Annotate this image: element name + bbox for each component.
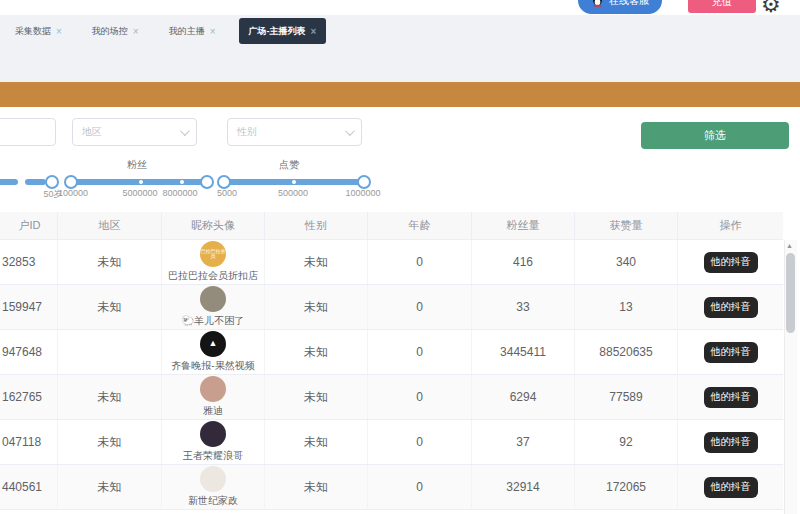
table-row: 047118 未知 王者荣耀浪哥 未知 0 37 92 他的抖音 (0, 420, 783, 465)
age-slider-track[interactable] (25, 179, 46, 185)
fans-cell: 3445411 (472, 330, 575, 374)
close-icon[interactable]: × (56, 26, 62, 37)
gender-cell: 未知 (265, 285, 368, 329)
slider-mark-dot (292, 180, 296, 184)
recharge-button[interactable]: 充值 (688, 0, 756, 13)
fans-cell: 37 (472, 420, 575, 464)
his-douyin-button[interactable]: 他的抖音 (704, 297, 758, 318)
gender-cell: 未知 (265, 375, 368, 419)
tab-caiji-shuju[interactable]: 采集数据 × (8, 18, 69, 44)
user-id-cell: 047118 (0, 420, 58, 464)
likes-cell: 77589 (575, 375, 678, 419)
slider-mark-dot (180, 180, 184, 184)
age-cell: 0 (368, 330, 472, 374)
tab-guangchang-zhubo-liebiao[interactable]: 广场-主播列表 × (239, 18, 327, 44)
tab-bar: 采集数据 × 我的场控 × 我的主播 × 广场-主播列表 × (8, 18, 326, 44)
app-window: 在线客服 充值 ⚙ 采集数据 × 我的场控 × 我的主播 × 广场-主播列表 ×… (0, 0, 800, 514)
column-header-nickname: 昵称头像 (162, 212, 265, 239)
column-header-fans: 粉丝量 (472, 212, 575, 239)
close-icon[interactable]: × (133, 26, 139, 37)
nickname-avatar-cell: 🐑羊儿不困了 (162, 285, 265, 329)
nickname-avatar-cell: 巴拉巴拉会员 巴拉巴拉会员折扣店 (162, 240, 265, 284)
avatar-inner-text: 巴拉巴拉会员 (200, 249, 226, 260)
user-id-cell: 440561 (0, 465, 58, 509)
fans-slider-handle-max[interactable] (200, 175, 214, 189)
table-row: 947648 ▲ 齐鲁晚报-果然视频 未知 0 3445411 88520635… (0, 330, 783, 375)
user-id-cell: 162765 (0, 375, 58, 419)
region-cell: 未知 (58, 465, 162, 509)
nickname-label: 🐑羊儿不困了 (182, 314, 244, 328)
user-id-cell: 947648 (0, 330, 58, 374)
tab-wode-zhubo[interactable]: 我的主播 × (162, 18, 223, 44)
his-douyin-button[interactable]: 他的抖音 (704, 387, 758, 408)
nickname-avatar-cell: ▲ 齐鲁晚报-果然视频 (162, 330, 265, 374)
column-header-likes: 获赞量 (575, 212, 678, 239)
tab-wode-changkong[interactable]: 我的场控 × (85, 18, 146, 44)
likes-slider-label: 点赞 (269, 158, 309, 172)
likes-slider-tick: 1000000 (333, 188, 393, 198)
close-icon[interactable]: × (311, 26, 317, 37)
gender-placeholder: 性别 (237, 125, 257, 139)
likes-cell: 13 (575, 285, 678, 329)
tab-label: 采集数据 (15, 25, 51, 38)
age-slider-handle[interactable] (45, 175, 59, 189)
action-cell: 他的抖音 (678, 240, 783, 284)
nickname-label: 王者荣耀浪哥 (183, 449, 243, 463)
recharge-label: 充值 (712, 0, 732, 9)
fans-slider-handle-min[interactable] (64, 175, 78, 189)
chevron-down-icon (345, 126, 355, 136)
region-placeholder: 地区 (82, 125, 102, 139)
likes-slider-handle-min[interactable] (217, 175, 231, 189)
gender-cell: 未知 (265, 240, 368, 284)
action-cell: 他的抖音 (678, 375, 783, 419)
fans-cell: 6294 (472, 375, 575, 419)
likes-cell: 340 (575, 240, 678, 284)
his-douyin-button[interactable]: 他的抖音 (704, 432, 758, 453)
avatar (200, 466, 226, 492)
column-header-userid: 户ID (0, 212, 58, 239)
scroll-up-icon[interactable]: ▲ (786, 242, 793, 249)
table-header-row: 户ID 地区 昵称头像 性别 年龄 粉丝量 获赞量 操作 (0, 212, 783, 240)
fans-cell: 33 (472, 285, 575, 329)
slider-mark-dot (139, 180, 143, 184)
region-cell (58, 330, 162, 374)
action-cell: 他的抖音 (678, 420, 783, 464)
his-douyin-button[interactable]: 他的抖音 (704, 477, 758, 498)
age-cell: 0 (368, 465, 472, 509)
fans-slider-tick: 100000 (48, 188, 98, 198)
region-cell: 未知 (58, 420, 162, 464)
close-icon[interactable]: × (210, 26, 216, 37)
settings-gear-icon[interactable]: ⚙ (761, 0, 781, 16)
avatar: 巴拉巴拉会员 (200, 241, 226, 267)
table-row: 32853 未知 巴拉巴拉会员 巴拉巴拉会员折扣店 未知 0 416 340 他… (0, 240, 783, 285)
tab-label: 广场-主播列表 (249, 25, 306, 38)
region-cell: 未知 (58, 285, 162, 329)
anchor-table: 户ID 地区 昵称头像 性别 年龄 粉丝量 获赞量 操作 32853 未知 巴拉… (0, 212, 783, 510)
column-header-age: 年龄 (368, 212, 472, 239)
chevron-down-icon (180, 126, 190, 136)
likes-slider-handle-max[interactable] (357, 175, 371, 189)
table-row: 159947 未知 🐑羊儿不困了 未知 0 33 13 他的抖音 (0, 285, 783, 330)
likes-cell: 92 (575, 420, 678, 464)
online-support-button[interactable]: 在线客服 (578, 0, 662, 14)
nickname-label: 齐鲁晚报-果然视频 (171, 359, 254, 373)
his-douyin-button[interactable]: 他的抖音 (704, 342, 758, 363)
search-input[interactable] (0, 118, 56, 146)
gender-cell: 未知 (265, 465, 368, 509)
likes-slider-tick: 500000 (263, 188, 323, 198)
table-row: 162765 未知 雅迪 未知 0 6294 77589 他的抖音 (0, 375, 783, 420)
tab-label: 我的主播 (169, 25, 205, 38)
gender-cell: 未知 (265, 330, 368, 374)
fans-slider-label: 粉丝 (117, 158, 157, 172)
region-cell: 未知 (58, 240, 162, 284)
gender-select[interactable]: 性别 (227, 118, 362, 146)
his-douyin-button[interactable]: 他的抖音 (704, 252, 758, 273)
scrollbar-thumb[interactable] (786, 253, 795, 333)
nickname-avatar-cell: 王者荣耀浪哥 (162, 420, 265, 464)
region-select[interactable]: 地区 (72, 118, 197, 146)
fans-slider-tick: 8000000 (150, 188, 210, 198)
avatar-inner-text: ▲ (209, 339, 218, 349)
age-slider-track[interactable] (0, 179, 18, 185)
filter-button[interactable]: 筛选 (641, 122, 789, 149)
nickname-avatar-cell: 新世纪家政 (162, 465, 265, 509)
